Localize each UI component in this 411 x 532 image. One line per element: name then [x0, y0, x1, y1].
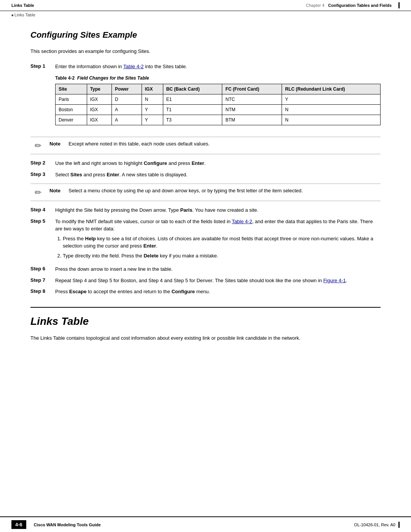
step-5: Step 5 To modify the NMT default site va…: [30, 218, 381, 262]
step-4-content: Highlight the Site field by pressing the…: [55, 206, 381, 214]
step-2-label: Step 2: [30, 160, 51, 166]
sites-table: Site Type Power IGX BC (Back Card) FC (F…: [55, 84, 381, 125]
note-2: ✏ Note Select a menu choice by using the…: [30, 184, 381, 201]
header-section-label: Links Table: [11, 3, 34, 8]
step-1-link[interactable]: Table 4-2: [123, 64, 143, 69]
step-5-label: Step 5: [30, 218, 51, 224]
note-2-label: Note: [49, 187, 65, 193]
cell-type: IGX: [87, 94, 112, 105]
header-title: Configuration Tables and Fields: [328, 3, 392, 8]
footer-doc-number: OL-10426-01, Rev. A0: [354, 522, 395, 527]
links-table-body: The Links Table contains topological and…: [30, 334, 381, 342]
cell-bc: E1: [163, 94, 222, 105]
cell-bc: T1: [163, 105, 222, 115]
cell-type: IGX: [87, 105, 112, 115]
cell-power: A: [112, 105, 142, 115]
step-5-text: To modify the NMT default site values, c…: [55, 219, 373, 232]
note-1: ✏ Note Except where noted in this table,…: [30, 137, 381, 154]
step-7-content: Repeat Step 4 and Step 5 for Boston, and…: [55, 277, 381, 284]
cell-rlc: Y: [282, 94, 381, 105]
cell-site: Paris: [56, 94, 87, 105]
step-7: Step 7 Repeat Step 4 and Step 5 for Bost…: [30, 277, 381, 284]
th-power: Power: [112, 84, 142, 94]
step-3-label: Step 3: [30, 171, 51, 177]
note-pencil-icon: ✏: [30, 140, 46, 151]
cell-type: IGX: [87, 115, 112, 125]
page-header: Links Table Chapter 4 Configuration Tabl…: [0, 0, 411, 11]
table-row: Denver IGX A Y T3 BTM N: [56, 115, 381, 125]
cell-igx: N: [142, 94, 163, 105]
footer-book-title: Cisco WAN Modeling Tools Guide: [34, 522, 354, 527]
cell-rlc: N: [282, 105, 381, 115]
cell-site: Denver: [56, 115, 87, 125]
th-igx: IGX: [142, 84, 163, 94]
list-item-2: Type directly into the field. Press the …: [63, 252, 381, 260]
note-2-pencil-icon: ✏: [30, 187, 46, 198]
step-7-text: Repeat Step 4 and Step 5 for Boston, and…: [55, 278, 347, 283]
table-row: Boston IGX A Y T1 NTM N: [56, 105, 381, 115]
step-8-text: Press Escape to accept the entries and r…: [55, 289, 210, 294]
cell-fc: BTM: [222, 115, 282, 125]
cell-rlc: N: [282, 115, 381, 125]
table-caption: Table 4-2 Field Changes for the Sites Ta…: [55, 75, 381, 81]
step-4: Step 4 Highlight the Site field by press…: [30, 206, 381, 214]
step-1-label: Step 1: [30, 63, 51, 69]
note-1-text: Except where noted in this table, each n…: [68, 140, 381, 148]
section-heading: Configuring Sites Example: [30, 30, 381, 40]
step-4-text: Highlight the Site field by pressing the…: [55, 207, 258, 213]
header-chapter: Chapter 4: [306, 3, 324, 8]
step-5-list: Press the Help key to see a list of choi…: [63, 235, 381, 260]
step-8-content: Press Escape to accept the entries and r…: [55, 288, 381, 296]
th-type: Type: [87, 84, 112, 94]
step-2: Step 2 Use the left and right arrows to …: [30, 160, 381, 167]
table-row: Paris IGX D N E1 NTC Y: [56, 94, 381, 105]
step-1-content: Enter the information shown in Table 4-2…: [55, 63, 381, 132]
note-1-label: Note: [49, 140, 65, 147]
header-right: Chapter 4 Configuration Tables and Field…: [306, 2, 400, 8]
table-caption-label: Table 4-2: [55, 75, 75, 81]
links-table-heading: Links Table: [30, 315, 381, 328]
th-bc-card: BC (Back Card): [163, 84, 222, 94]
table-caption-title: Field Changes for the Sites Table: [77, 75, 149, 81]
footer-bar-icon: [398, 522, 400, 528]
step-6: Step 6 Press the down arrow to insert a …: [30, 265, 381, 273]
footer-page-number: 4-6: [11, 520, 26, 529]
step-2-text: Use the left and right arrows to highlig…: [55, 160, 206, 166]
intro-text: This section provides an example for con…: [30, 48, 381, 55]
step-3-content: Select Sites and press Enter. A new site…: [55, 171, 381, 179]
table-header-row: Site Type Power IGX BC (Back Card) FC (F…: [56, 84, 381, 94]
th-site: Site: [56, 84, 87, 94]
cell-igx: Y: [142, 115, 163, 125]
header-bar-icon: [398, 2, 400, 8]
step-3-text: Select Sites and press Enter. A new site…: [55, 172, 188, 177]
th-fc-card: FC (Front Card): [222, 84, 282, 94]
cell-site: Boston: [56, 105, 87, 115]
step-7-link[interactable]: Figure 4-1: [323, 278, 346, 283]
th-rlc-card: RLC (Redundant Link Card): [282, 84, 381, 94]
list-item-1: Press the Help key to see a list of choi…: [63, 235, 381, 250]
step-1-text-before: Enter the information shown in: [55, 64, 123, 69]
cell-bc: T3: [163, 115, 222, 125]
section-divider: [30, 307, 381, 308]
cell-fc: NTM: [222, 105, 282, 115]
step-1: Step 1 Enter the information shown in Ta…: [30, 63, 381, 132]
step-5-link[interactable]: Table 4-2: [232, 219, 252, 224]
note-2-text: Select a menu choice by using the up and…: [68, 187, 381, 195]
step-4-label: Step 4: [30, 206, 51, 212]
cell-fc: NTC: [222, 94, 282, 105]
step-7-label: Step 7: [30, 277, 51, 283]
cell-power: A: [112, 115, 142, 125]
breadcrumb: Links Table: [0, 11, 411, 19]
page-footer: 4-6 Cisco WAN Modeling Tools Guide OL-10…: [0, 516, 411, 532]
step-5-content: To modify the NMT default site values, c…: [55, 218, 381, 262]
step-6-content: Press the down arrow to insert a new lin…: [55, 265, 381, 273]
step-6-label: Step 6: [30, 265, 51, 272]
step-8-label: Step 8: [30, 288, 51, 294]
step-1-text-after: into the Sites table.: [143, 64, 187, 69]
cell-power: D: [112, 94, 142, 105]
step-2-content: Use the left and right arrows to highlig…: [55, 160, 381, 167]
cell-igx: Y: [142, 105, 163, 115]
main-content: Configuring Sites Example This section p…: [0, 19, 411, 361]
step-3: Step 3 Select Sites and press Enter. A n…: [30, 171, 381, 179]
step-8: Step 8 Press Escape to accept the entrie…: [30, 288, 381, 296]
